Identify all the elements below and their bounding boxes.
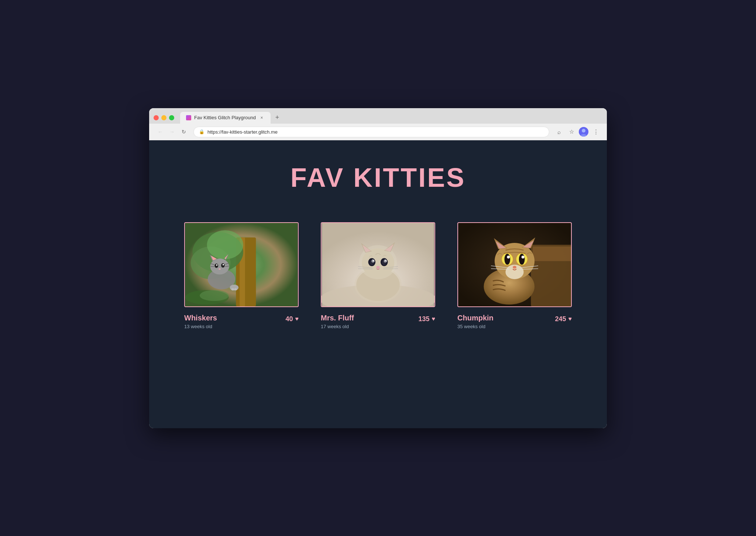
heart-icon-whiskers: ♥ xyxy=(295,316,299,322)
browser-window: Fav Kitties Glitch Playground × + ← → ↻ … xyxy=(149,108,607,428)
cat-illustration-whiskers xyxy=(185,223,298,306)
cat-info-whiskers: Whiskers 13 weeks old 40 ♥ xyxy=(184,314,299,329)
cat-card-whiskers: Whiskers 13 weeks old 40 ♥ xyxy=(184,222,299,329)
svg-point-64 xyxy=(507,255,510,258)
url-bar[interactable]: 🔒 https://fav-kitties-starter.glitch.me xyxy=(193,127,549,137)
cat-likes-mrs-fluff[interactable]: 135 ♥ xyxy=(418,314,435,323)
svg-point-44 xyxy=(382,260,386,265)
cat-card-chumpkin: Chumpkin 35 weeks old 245 ♥ xyxy=(457,222,572,329)
cat-name-age-chumpkin: Chumpkin 35 weeks old xyxy=(457,314,494,329)
cat-likes-count-whiskers: 40 xyxy=(285,315,293,323)
svg-point-26 xyxy=(234,288,237,290)
bookmark-button[interactable]: ☆ xyxy=(566,127,577,137)
cat-card-mrs-fluff: Mrs. Fluff 17 weeks old 135 ♥ xyxy=(321,222,435,329)
cat-info-mrs-fluff: Mrs. Fluff 17 weeks old 135 ♥ xyxy=(321,314,435,329)
menu-icon: ⋮ xyxy=(593,128,599,135)
heart-icon-chumpkin: ♥ xyxy=(568,316,572,322)
url-text: https://fav-kitties-starter.glitch.me xyxy=(207,129,544,135)
cat-image-mrs-fluff xyxy=(321,222,435,307)
forward-button[interactable]: → xyxy=(167,127,177,137)
cat-likes-whiskers[interactable]: 40 ♥ xyxy=(285,314,299,323)
tab-title: Fav Kitties Glitch Playground xyxy=(194,115,256,120)
toolbar-right: ⌕ ☆ ⋮ xyxy=(554,127,601,137)
svg-point-43 xyxy=(370,260,374,265)
window-controls xyxy=(154,115,174,120)
cat-image-chumpkin xyxy=(457,222,572,307)
minimize-button[interactable] xyxy=(161,115,166,120)
cat-age-label-whiskers: 13 weeks old xyxy=(184,324,217,329)
profile-avatar[interactable] xyxy=(579,127,588,137)
cat-illustration-mrs-fluff xyxy=(322,223,434,306)
svg-point-17 xyxy=(216,264,217,266)
search-button[interactable]: ⌕ xyxy=(554,127,564,137)
heart-icon-mrs-fluff: ♥ xyxy=(432,316,436,322)
tab-favicon xyxy=(186,115,191,120)
search-icon: ⌕ xyxy=(557,129,561,135)
svg-point-19 xyxy=(219,268,221,269)
cat-name-label-mrs-fluff: Mrs. Fluff xyxy=(321,314,354,322)
refresh-button[interactable]: ↻ xyxy=(179,127,189,137)
svg-rect-52 xyxy=(533,246,571,261)
page-title: FAV KITTIES xyxy=(291,162,466,193)
cats-grid: Whiskers 13 weeks old 40 ♥ xyxy=(184,222,572,329)
svg-point-15 xyxy=(214,264,218,268)
maximize-button[interactable] xyxy=(169,115,174,120)
svg-point-68 xyxy=(513,265,516,268)
back-button[interactable]: ← xyxy=(155,127,165,137)
svg-point-63 xyxy=(519,254,525,264)
svg-point-45 xyxy=(376,266,380,268)
cat-name-age-mrs-fluff: Mrs. Fluff 17 weeks old xyxy=(321,314,354,329)
address-bar: ← → ↻ 🔒 https://fav-kitties-starter.glit… xyxy=(149,124,607,140)
menu-button[interactable]: ⋮ xyxy=(591,127,601,137)
cat-name-label-chumpkin: Chumpkin xyxy=(457,314,494,322)
cat-name-label-whiskers: Whiskers xyxy=(184,314,217,322)
svg-point-25 xyxy=(231,288,234,290)
lock-icon: 🔒 xyxy=(199,129,205,134)
cat-likes-count-mrs-fluff: 135 xyxy=(418,315,429,323)
cat-age-label-chumpkin: 35 weeks old xyxy=(457,324,494,329)
cat-info-chumpkin: Chumpkin 35 weeks old 245 ♥ xyxy=(457,314,572,329)
tab-bar: Fav Kitties Glitch Playground × + xyxy=(149,108,607,124)
cat-image-whiskers xyxy=(184,222,299,307)
svg-point-65 xyxy=(522,255,525,258)
svg-point-28 xyxy=(200,290,229,300)
svg-point-24 xyxy=(230,285,239,291)
cat-likes-count-chumpkin: 245 xyxy=(555,315,566,323)
tab-close-button[interactable]: × xyxy=(259,115,265,121)
title-bar: Fav Kitties Glitch Playground × + ← → ↻ … xyxy=(149,108,607,140)
svg-line-23 xyxy=(225,266,229,266)
close-button[interactable] xyxy=(154,115,159,120)
cat-likes-chumpkin[interactable]: 245 ♥ xyxy=(555,314,572,323)
star-icon: ☆ xyxy=(569,128,574,135)
cat-illustration-chumpkin xyxy=(458,223,571,306)
svg-point-62 xyxy=(504,254,510,264)
svg-point-8 xyxy=(207,230,243,259)
cat-name-age-whiskers: Whiskers 13 weeks old xyxy=(184,314,217,329)
svg-point-16 xyxy=(221,263,225,268)
active-tab[interactable]: Fav Kitties Glitch Playground × xyxy=(180,112,271,124)
new-tab-button[interactable]: + xyxy=(272,113,282,123)
avatar-image xyxy=(579,127,588,137)
cat-age-label-mrs-fluff: 17 weeks old xyxy=(321,324,354,329)
svg-point-1 xyxy=(582,129,585,133)
nav-buttons: ← → ↻ xyxy=(155,127,189,137)
svg-point-18 xyxy=(223,264,224,265)
web-content: FAV KITTIES xyxy=(149,140,607,428)
